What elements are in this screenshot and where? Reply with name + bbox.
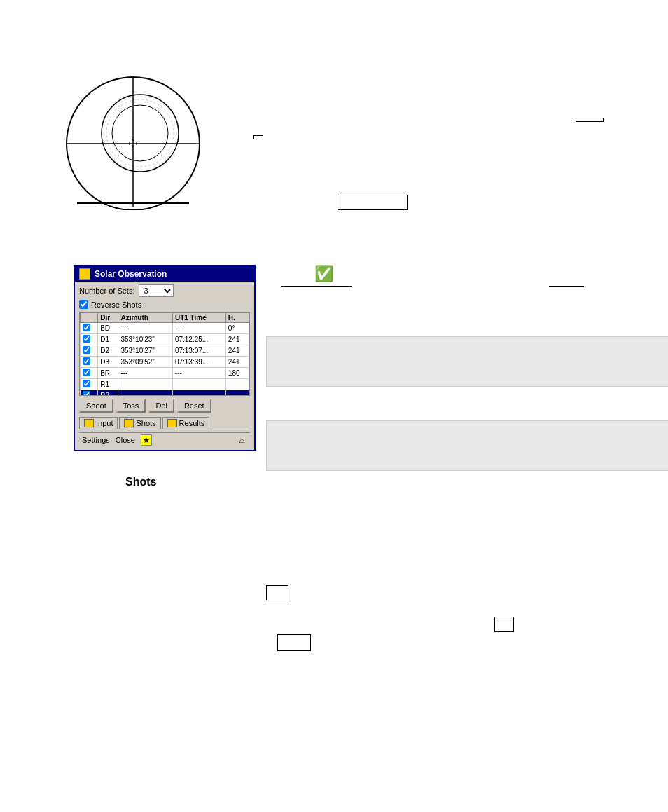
row-azimuth: 353°10'23": [118, 334, 172, 345]
row-check[interactable]: [81, 390, 98, 397]
col-dir: Dir: [98, 313, 118, 323]
row-azimuth: [118, 379, 172, 390]
reverse-shots-label: Reverse Shots: [91, 301, 141, 309]
close-link[interactable]: Close: [116, 436, 135, 444]
table-row[interactable]: D3 353°09'52" 07:13:39... 241: [81, 357, 249, 368]
tab-shots[interactable]: Shots: [119, 417, 160, 429]
reverse-shots-checkbox[interactable]: [79, 300, 88, 309]
col-check: [81, 313, 98, 323]
shoot-button[interactable]: Shoot: [79, 399, 113, 413]
gray-section-2: [266, 420, 668, 471]
svg-point-1: [102, 95, 179, 172]
tab-shots-icon: [124, 419, 134, 427]
row-check[interactable]: [81, 334, 98, 345]
dialog-titlebar: Solar Observation: [75, 266, 254, 282]
observations-table-wrapper[interactable]: Dir Azimuth UT1 Time H. BD --- --- 0° D1…: [79, 312, 250, 396]
row-h: 241: [225, 345, 249, 357]
toss-button[interactable]: Toss: [116, 399, 146, 413]
dialog-body: Number of Sets: 3 1 2 4 5 Reverse Shots …: [75, 282, 254, 450]
table-row[interactable]: BD --- --- 0°: [81, 323, 249, 334]
row-check[interactable]: [81, 345, 98, 357]
row-ut1: ---: [172, 323, 225, 334]
float-box-3: [338, 195, 408, 210]
row-h: 241: [225, 334, 249, 345]
star-icon[interactable]: ★: [141, 434, 152, 446]
row-h: 241: [225, 357, 249, 368]
row-h: 180: [225, 368, 249, 379]
tab-input-icon: [84, 419, 94, 427]
row-check[interactable]: [81, 323, 98, 334]
underline-2: [549, 286, 584, 287]
col-ut1: UT1 Time: [172, 313, 225, 323]
sets-label: Number of Sets:: [79, 287, 134, 295]
tab-shots-label: Shots: [136, 419, 155, 427]
sets-dropdown[interactable]: 3 1 2 4 5: [139, 284, 174, 297]
row-dir: R2: [98, 390, 118, 397]
row-dir: D3: [98, 357, 118, 368]
row-dir: BR: [98, 368, 118, 379]
row-ut1: 07:12:25...: [172, 334, 225, 345]
col-h: H.: [225, 313, 249, 323]
tab-results-icon: [167, 419, 177, 427]
float-box-1: [253, 135, 263, 139]
row-ut1: 07:13:07...: [172, 345, 225, 357]
row-check[interactable]: [81, 379, 98, 390]
svg-point-2: [112, 105, 168, 161]
telescope-diagram: [56, 70, 210, 212]
tab-results-label: Results: [179, 419, 205, 427]
row-h: [225, 390, 249, 397]
float-box-2: [576, 118, 604, 122]
row-azimuth: ---: [118, 323, 172, 334]
table-row[interactable]: R2: [81, 390, 249, 397]
table-row[interactable]: D1 353°10'23" 07:12:25... 241: [81, 334, 249, 345]
gray-section-1: [266, 336, 668, 387]
tab-results[interactable]: Results: [162, 417, 210, 429]
reset-button[interactable]: Reset: [177, 399, 211, 413]
svg-point-4: [104, 97, 176, 170]
table-row[interactable]: D2 353°10'27" 07:13:07... 241: [81, 345, 249, 357]
dialog-footer: Settings Close ★ ⚠: [79, 432, 250, 447]
row-check[interactable]: [81, 357, 98, 368]
row-ut1: ---: [172, 368, 225, 379]
reverse-shots-row: Reverse Shots: [79, 300, 250, 309]
row-h: [225, 379, 249, 390]
underline-1: [281, 286, 352, 287]
table-row[interactable]: BR --- --- 180: [81, 368, 249, 379]
settings-link[interactable]: Settings: [82, 436, 110, 444]
solar-observation-dialog: Solar Observation Number of Sets: 3 1 2 …: [74, 265, 256, 451]
row-dir: D1: [98, 334, 118, 345]
float-box-7: [494, 617, 514, 632]
row-azimuth: 353°10'27": [118, 345, 172, 357]
dialog-icon: [79, 268, 90, 280]
row-ut1: 07:13:39...: [172, 357, 225, 368]
table-row[interactable]: R1: [81, 379, 249, 390]
col-azimuth: Azimuth: [118, 313, 172, 323]
row-check[interactable]: [81, 368, 98, 379]
shots-label: Shots: [125, 476, 156, 488]
dialog-title: Solar Observation: [95, 269, 167, 279]
row-azimuth: ---: [118, 368, 172, 379]
row-dir: BD: [98, 323, 118, 334]
tab-input-label: Input: [96, 419, 113, 427]
dialog-tabs: Input Shots Results: [79, 417, 250, 429]
row-azimuth: 353°09'52": [118, 357, 172, 368]
row-dir: R1: [98, 379, 118, 390]
observations-table: Dir Azimuth UT1 Time H. BD --- --- 0° D1…: [80, 312, 249, 396]
svg-point-3: [106, 99, 174, 167]
row-ut1: [172, 379, 225, 390]
del-button[interactable]: Del: [148, 399, 174, 413]
row-h: 0°: [225, 323, 249, 334]
float-box-6: [266, 585, 288, 600]
float-box-8: [277, 634, 311, 651]
green-checkmark: ✅: [314, 265, 333, 283]
warning-icon: ⚠: [236, 434, 247, 446]
row-azimuth: [118, 390, 172, 397]
row-ut1: [172, 390, 225, 397]
dialog-buttons: Shoot Toss Del Reset: [79, 399, 250, 413]
row-dir: D2: [98, 345, 118, 357]
tab-input[interactable]: Input: [79, 417, 118, 429]
sets-row: Number of Sets: 3 1 2 4 5: [79, 284, 250, 297]
